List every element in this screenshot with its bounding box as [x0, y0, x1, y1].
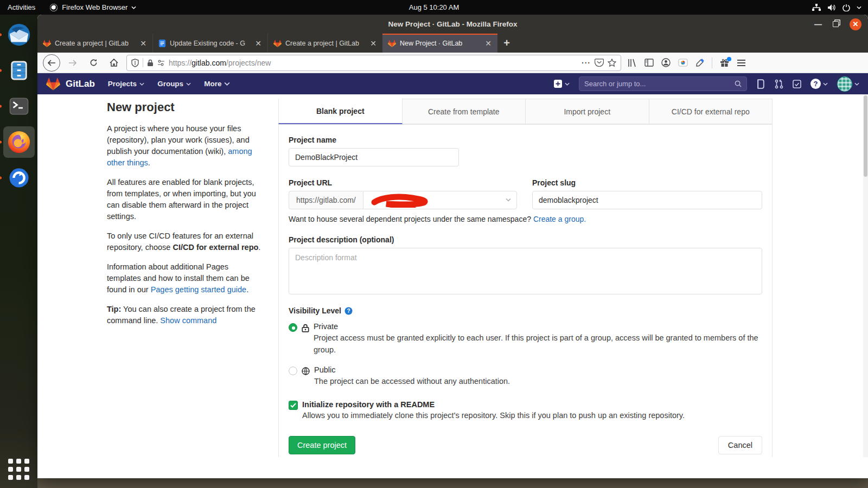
toolbar-separator [712, 57, 712, 68]
browser-tab-active[interactable]: New Project · GitLab ✕ [382, 34, 497, 53]
running-indicator [0, 34, 2, 36]
window-title-bar[interactable]: New Project · GitLab - Mozilla Firefox —… [37, 15, 868, 34]
url-bar[interactable]: https://gitlab.com/projects/new ··· [126, 55, 621, 71]
chevron-down-icon [823, 82, 828, 86]
dock-item-firefox[interactable] [3, 126, 35, 158]
todos-icon[interactable] [793, 80, 801, 88]
google-extension-icon[interactable] [678, 59, 688, 67]
tab-create-from-template[interactable]: Create from template [403, 99, 526, 124]
tab-close-icon[interactable]: ✕ [483, 39, 493, 48]
project-description-input[interactable] [289, 248, 762, 294]
home-button[interactable] [106, 55, 122, 71]
close-button[interactable]: ✕ [850, 18, 861, 30]
search-icon [735, 80, 742, 87]
create-project-button[interactable]: Create project [289, 436, 355, 454]
help-menu-button[interactable]: ? [810, 79, 828, 89]
tab-label: Update Existing code - G [170, 40, 250, 47]
plus-square-icon [553, 79, 563, 88]
activities-button[interactable]: Activities [8, 3, 35, 11]
project-slug-input[interactable] [532, 191, 762, 209]
user-menu-button[interactable] [837, 76, 859, 92]
radio-public[interactable] [289, 367, 297, 375]
bookmark-star-icon[interactable] [608, 59, 616, 67]
browser-tab[interactable]: Create a project | GitLab ✕ [267, 34, 382, 53]
globe-icon [302, 367, 310, 375]
pocket-icon[interactable] [595, 59, 604, 67]
scrollbar-thumb[interactable] [864, 95, 867, 177]
minimize-button[interactable]: — [814, 21, 822, 28]
search-input[interactable] [584, 80, 731, 88]
global-search[interactable] [579, 76, 747, 91]
chevron-down-icon[interactable] [857, 6, 861, 9]
readme-checkbox[interactable] [289, 401, 298, 410]
visibility-option-private[interactable]: Private Project access must be granted e… [289, 322, 762, 356]
show-command-link[interactable]: Show command [160, 316, 216, 325]
create-group-link[interactable]: Create a group. [533, 215, 586, 223]
project-slug-label: Project slug [532, 178, 762, 187]
browser-tab[interactable]: Update Existing code - G ✕ [152, 34, 267, 53]
terminal-icon [8, 95, 30, 118]
running-indicator [0, 105, 2, 108]
dock-item-files[interactable] [3, 55, 35, 86]
hamburger-menu-icon[interactable] [737, 59, 746, 67]
firefox-small-icon [49, 3, 58, 12]
back-button[interactable] [43, 54, 60, 72]
nav-projects[interactable]: Projects [108, 80, 144, 88]
power-icon [843, 4, 850, 11]
volume-icon [827, 4, 836, 11]
cancel-button[interactable]: Cancel [718, 436, 762, 454]
issues-icon[interactable] [756, 79, 765, 89]
permissions-icon[interactable] [157, 60, 165, 66]
merge-requests-icon[interactable] [775, 79, 783, 89]
project-name-input[interactable] [289, 148, 459, 166]
app-menu[interactable]: Firefox Web Browser [49, 3, 136, 12]
svg-text:?: ? [347, 308, 350, 314]
url-text[interactable]: https://gitlab.com/projects/new [169, 59, 578, 67]
tab-close-icon[interactable]: ✕ [253, 39, 263, 48]
gitlab-logo-link[interactable]: GitLab [46, 77, 95, 91]
tab-cicd-external-repo[interactable]: CI/CD for external repo [649, 99, 773, 124]
dock-item-thunderbird[interactable] [3, 19, 35, 50]
chevron-down-icon [506, 198, 511, 202]
reload-button[interactable] [85, 55, 101, 71]
nav-groups[interactable]: Groups [157, 80, 191, 88]
lock-icon[interactable] [147, 59, 154, 67]
namespace-select[interactable] [363, 191, 517, 209]
readme-option[interactable]: Initialize repository with a README Allo… [289, 400, 762, 420]
project-type-tabs: Blank project Create from template Impor… [278, 99, 773, 125]
help-question-icon[interactable]: ? [344, 307, 353, 315]
page-scrollbar[interactable] [863, 94, 868, 457]
running-indicator [0, 69, 2, 72]
pages-guide-link[interactable]: Pages getting started guide [151, 285, 247, 294]
restore-button[interactable] [833, 21, 839, 27]
chevron-down-icon [565, 82, 570, 86]
help-icon: ? [810, 79, 821, 89]
browser-tab[interactable]: Create a project | GitLab ✕ [37, 34, 152, 53]
account-icon[interactable] [661, 58, 671, 67]
page-actions-icon[interactable]: ··· [582, 59, 591, 67]
chevron-down-icon [854, 82, 859, 86]
sidebar-icon[interactable] [644, 59, 654, 67]
forward-button[interactable] [65, 55, 81, 71]
tab-import-project[interactable]: Import project [526, 99, 649, 124]
dock-item-terminal[interactable] [3, 91, 35, 122]
tab-blank-project[interactable]: Blank project [278, 99, 403, 124]
tab-close-icon[interactable]: ✕ [368, 39, 378, 48]
show-applications-button[interactable] [8, 459, 30, 480]
new-tab-button[interactable]: + [497, 34, 516, 53]
project-name-label: Project name [289, 136, 762, 144]
tab-close-icon[interactable]: ✕ [138, 39, 148, 48]
radio-private[interactable] [289, 323, 297, 332]
dock-item-mattermost[interactable] [3, 162, 35, 194]
tab-label: New Project · GitLab [400, 40, 480, 47]
network-icon [812, 4, 821, 11]
gift-extension-button[interactable] [720, 59, 729, 67]
tracking-protection-shield-icon[interactable] [131, 59, 139, 67]
library-icon[interactable] [628, 59, 637, 67]
clock[interactable]: Aug 5 10:20 AM [409, 3, 459, 11]
visibility-option-public[interactable]: Public The project can be accessed witho… [289, 365, 762, 388]
running-indicator [0, 141, 2, 144]
new-menu-button[interactable] [553, 79, 570, 88]
color-picker-icon[interactable] [695, 59, 704, 67]
nav-more[interactable]: More [204, 80, 230, 88]
